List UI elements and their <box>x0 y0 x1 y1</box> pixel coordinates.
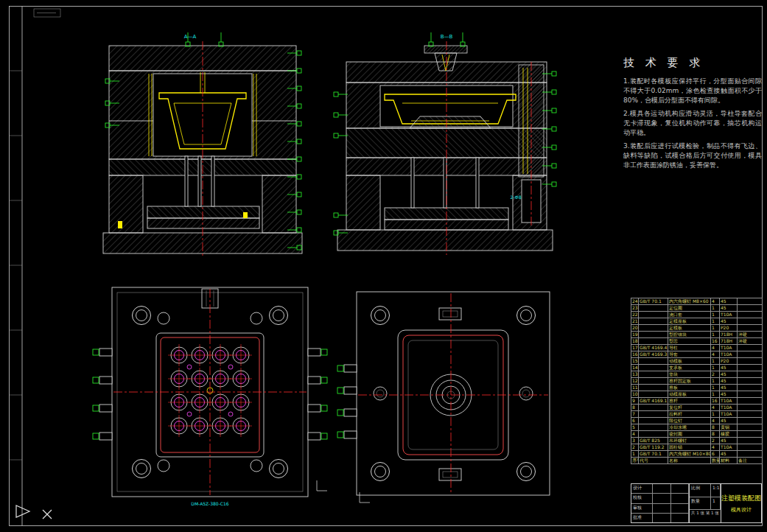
field-value <box>671 504 690 513</box>
bom-row: 12推杆固定板145 <box>631 378 763 385</box>
bom-cell: 黄铜 <box>720 424 738 431</box>
bom-cell <box>639 318 668 325</box>
qty-label: 数量 <box>690 497 711 510</box>
view-side-label: B—B <box>441 34 453 40</box>
bom-cell: 19 <box>631 332 639 338</box>
bom-cell: 1 <box>711 411 720 418</box>
bom-row: 5冷却水嘴8黄铜 <box>631 424 763 431</box>
bom-cell: T10A <box>720 405 738 411</box>
field-label: 设计 <box>631 484 653 493</box>
bom-cell: 橡胶 <box>720 431 738 438</box>
bom-cell: 8 <box>711 424 720 431</box>
bom-cell: 45 <box>720 298 738 305</box>
bom-cell: 45 <box>720 378 738 385</box>
bom-cell: 718H <box>720 338 738 345</box>
bom-cell: 型腔镶块 <box>668 332 711 338</box>
bom-cell: 定模座板 <box>668 318 711 325</box>
bom-cell: 1 <box>711 312 720 318</box>
title-block-name: 注塑模装配图 模具设计 <box>721 484 761 522</box>
drawing-org: 模具设计 <box>731 506 752 514</box>
bom-cell: 13 <box>631 371 639 378</box>
bom-cell: 11 <box>631 385 639 391</box>
bom-cell: 20 <box>631 325 639 332</box>
bom-cell: 内六角螺钉 M8×60 <box>668 298 711 305</box>
bom-cell: 45 <box>720 305 738 312</box>
bom-row: 10动模座板145 <box>631 391 763 398</box>
view-core-caption: DM-A5Z-380-C16 <box>191 501 229 506</box>
bom-row: 6限位钉445 <box>631 418 763 424</box>
bom-cell: 6 <box>631 418 639 424</box>
view-core-plan: DM-A5Z-380-C16 <box>93 287 327 506</box>
sheet-info: 共 1 张 第 1 张 <box>690 510 721 522</box>
bom-cell: 2 <box>711 438 720 444</box>
bom-cell: 5 <box>631 424 639 431</box>
bom-cell: 45 <box>720 385 738 391</box>
bom-cell <box>639 332 668 338</box>
bom-cell: GB/T 4169.1 <box>639 398 668 405</box>
bom-cell: 推杆固定板 <box>668 378 711 385</box>
tech-requirement-item: 3.装配后应进行试模检验，制品不得有飞边、缺料等缺陷，试模合格后方可交付使用，模… <box>623 141 762 170</box>
bom-cell: 3 <box>631 438 639 444</box>
bom-cell: T10A <box>720 345 738 351</box>
tech-requirements: 技 术 要 求 1.装配时各模板应保持平行，分型面贴合间隙不得大于0.02mm，… <box>623 56 762 174</box>
bom-cell: 23 <box>631 305 639 312</box>
bom-cell: 冷却水嘴 <box>668 424 711 431</box>
fold-marks <box>317 480 370 503</box>
tech-requirements-title: 技 术 要 求 <box>623 56 762 70</box>
bom-cell: 限位钉 <box>668 418 711 424</box>
bom-cell: T10A <box>720 398 738 405</box>
cad-viewport[interactable]: A—A <box>0 0 767 532</box>
bom-row: 17GB/T 4169.4导柱4T10A <box>631 345 763 351</box>
bom-cell <box>738 391 763 398</box>
screw-highlight <box>118 221 122 228</box>
bom-cell: 2 <box>631 444 639 451</box>
bom-cell: 复位杆 <box>668 405 711 411</box>
bom-cell <box>738 351 763 358</box>
bom-cell <box>738 444 763 451</box>
bom-cell <box>639 405 668 411</box>
bom-cell: 1 <box>711 365 720 371</box>
bom-row: 19型腔镶块1718H淬硬 <box>631 332 763 338</box>
bom-cell <box>738 298 763 305</box>
bom-row: 8复位杆4T10A <box>631 405 763 411</box>
bom-cell <box>639 312 668 318</box>
bom-row: 9GB/T 4169.1推杆16T10A <box>631 398 763 405</box>
bom-cell: 材料 <box>720 458 738 464</box>
bom-cell <box>738 371 763 378</box>
bom-cell: 45 <box>720 418 738 424</box>
field-value <box>653 494 671 503</box>
bom-cell <box>738 405 763 411</box>
bom-cell: GB/T 4169.4 <box>639 345 668 351</box>
field-label: 校核 <box>631 494 653 503</box>
field-value <box>671 494 690 503</box>
bom-cell: 淬硬 <box>738 332 763 338</box>
bom-header-row: 序号代号名称数量材料备注 <box>631 458 763 464</box>
view-side-section: B—B 2-Ф8 <box>334 32 556 255</box>
bom-cell <box>639 325 668 332</box>
bom-cell: 10 <box>631 391 639 398</box>
bom-cell: 代号 <box>639 458 668 464</box>
bom-row: 22浇口套1T10A <box>631 312 763 318</box>
field-value <box>671 514 690 522</box>
bom-table: 24GB/T 70.1内六角螺钉 M8×6044523定位圈14522浇口套1T… <box>631 298 763 464</box>
bom-cell: 45 <box>720 391 738 398</box>
bom-cell: 45 <box>720 318 738 325</box>
title-block-signatures: 设计 校核 审核 批准 <box>631 484 689 522</box>
bom-cell: 内六角螺钉 M10×80 <box>668 451 711 458</box>
bom-cell: 1 <box>711 378 720 385</box>
bom-cell: T10A <box>720 444 738 451</box>
bom-cell <box>738 451 763 458</box>
field-value <box>671 484 690 493</box>
bom-row: 18型芯16718H淬硬 <box>631 338 763 345</box>
view-side-note: 2-Ф8 <box>511 195 522 200</box>
bom-row: 4密封圈8橡胶 <box>631 431 763 438</box>
bom-cell <box>639 305 668 312</box>
screw-highlight <box>243 212 248 218</box>
title-block-scale: 比例 1:1 数量 1 共 1 张 第 1 张 <box>689 484 721 522</box>
bom-cell: P20 <box>720 358 738 365</box>
bom-cell: 18 <box>631 338 639 345</box>
bom-cell <box>639 418 668 424</box>
bom-row: 14支承板145 <box>631 365 763 371</box>
bom-cell: 1 <box>711 325 720 332</box>
bom-cell: 定模板 <box>668 325 711 332</box>
